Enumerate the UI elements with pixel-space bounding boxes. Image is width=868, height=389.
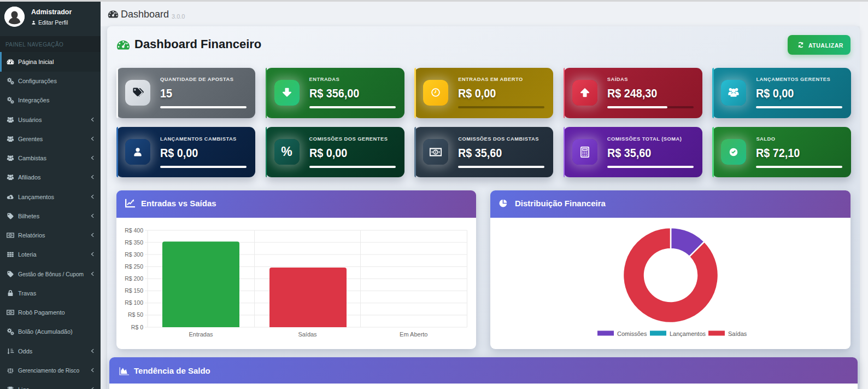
svg-text:R$ 0: R$ 0 bbox=[131, 324, 143, 330]
svg-text:Lançamentos: Lançamentos bbox=[670, 330, 706, 337]
svg-text:R$ 200: R$ 200 bbox=[125, 275, 143, 282]
svg-text:Saídas: Saídas bbox=[728, 330, 747, 337]
svg-text:R$ 300: R$ 300 bbox=[125, 251, 143, 258]
svg-text:Saídas: Saídas bbox=[298, 331, 317, 338]
svg-text:R$ 50: R$ 50 bbox=[128, 311, 143, 318]
svg-text:R$ 100: R$ 100 bbox=[125, 299, 143, 306]
svg-text:R$ 400: R$ 400 bbox=[125, 227, 143, 234]
svg-text:Entradas: Entradas bbox=[189, 331, 213, 338]
svg-text:R$ 150: R$ 150 bbox=[125, 287, 143, 294]
svg-text:Comissões: Comissões bbox=[617, 330, 647, 337]
svg-text:R$ 350: R$ 350 bbox=[125, 239, 143, 246]
svg-text:Em Aberto: Em Aberto bbox=[400, 331, 427, 338]
svg-text:R$ 250: R$ 250 bbox=[125, 263, 143, 270]
